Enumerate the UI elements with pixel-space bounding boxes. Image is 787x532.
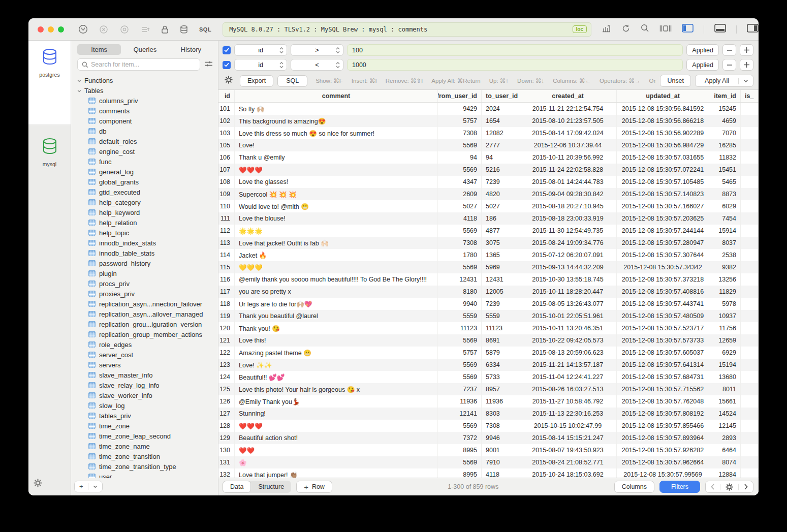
- sidebar-table-gtid_executed[interactable]: gtid_executed: [77, 187, 218, 197]
- column-header-is_[interactable]: is_: [741, 90, 759, 102]
- table-row[interactable]: 112🌟🌟🌟556948772015-11-30 12:54:49.735201…: [218, 225, 759, 237]
- cell-from_user_id[interactable]: 4347: [438, 176, 482, 188]
- cell-is_[interactable]: [741, 420, 759, 432]
- cell-updated_at[interactable]: 2015-12-08 15:30:57.307644: [617, 249, 709, 261]
- cell-comment[interactable]: @Emily Thank you💃🏽: [235, 395, 438, 408]
- cell-from_user_id[interactable]: 9940: [438, 298, 482, 310]
- sidebar-table-help_category[interactable]: help_category: [77, 197, 218, 207]
- cell-from_user_id[interactable]: 7372: [438, 432, 482, 444]
- cell-from_user_id[interactable]: 12431: [438, 273, 482, 286]
- cell-id[interactable]: 117: [218, 286, 235, 298]
- cell-to_user_id[interactable]: 6334: [482, 359, 519, 371]
- export-button[interactable]: Export: [240, 75, 273, 87]
- table-row[interactable]: 124Beautiful!! 💕💕556957332015-11-04 12:2…: [218, 371, 759, 383]
- table-row[interactable]: 131🌸556979102015-08-24 21:08:52.7712015-…: [218, 456, 759, 468]
- cell-created_at[interactable]: 2015-08-26 16:03:27.513: [519, 383, 617, 395]
- cell-id[interactable]: 113: [218, 237, 235, 249]
- cell-is_[interactable]: [741, 225, 759, 237]
- cell-comment[interactable]: Amazing pastel theme 😬: [235, 347, 438, 359]
- table-row[interactable]: 115💛💛💛556959692015-09-13 14:44:32.209201…: [218, 261, 759, 273]
- cell-item_id[interactable]: 16285: [709, 139, 741, 151]
- sidebar-table-columns_priv[interactable]: columns_priv: [77, 96, 218, 106]
- cell-to_user_id[interactable]: 8303: [482, 408, 519, 420]
- cell-created_at[interactable]: 2015-10-15 10:02:47.99: [519, 420, 617, 432]
- sidebar-table-server_cost[interactable]: server_cost: [77, 350, 218, 360]
- cell-created_at[interactable]: 2015-08-10 21:23:57.505: [519, 115, 617, 127]
- cell-to_user_id[interactable]: 12431: [482, 273, 519, 286]
- prev-page-button[interactable]: [706, 484, 720, 490]
- cell-is_[interactable]: [741, 139, 759, 151]
- filter-value-input[interactable]: [347, 44, 683, 56]
- cell-updated_at[interactable]: 2015-12-08 15:30:57.808192: [617, 408, 709, 420]
- cell-item_id[interactable]: 8873: [709, 188, 741, 200]
- sidebar-table-general_log[interactable]: general_log: [77, 167, 218, 177]
- close-window-button[interactable]: [38, 26, 44, 33]
- cell-comment[interactable]: ❤️❤️❤️: [235, 420, 438, 432]
- search-icon[interactable]: [641, 24, 649, 35]
- cell-comment[interactable]: Beautiful!! 💕💕: [235, 371, 438, 383]
- minimize-window-button[interactable]: [48, 26, 54, 33]
- cell-comment[interactable]: Love this dress so much 😍 so nice for su…: [235, 127, 438, 139]
- cell-to_user_id[interactable]: 1365: [482, 249, 519, 261]
- cell-created_at[interactable]: 2015-08-14 15:15:21.247: [519, 432, 617, 444]
- next-page-button[interactable]: [739, 484, 753, 490]
- cell-item_id[interactable]: 6464: [709, 444, 741, 456]
- cell-created_at[interactable]: 2015-08-07 19:43:50.923: [519, 444, 617, 456]
- cell-id[interactable]: 124: [218, 371, 235, 383]
- cell-updated_at[interactable]: 2015-12-08 15:30:57.605037: [617, 347, 709, 359]
- add-filter-button[interactable]: [740, 59, 753, 71]
- cell-updated_at[interactable]: 2015-12-08 15:30:57.641314: [617, 359, 709, 371]
- cell-item_id[interactable]: 7070: [709, 127, 741, 139]
- cell-comment[interactable]: you are so pretty x: [235, 286, 438, 298]
- cell-item_id[interactable]: 12659: [709, 334, 741, 347]
- cell-item_id[interactable]: 8011: [709, 383, 741, 395]
- cell-to_user_id[interactable]: 5969: [482, 261, 519, 273]
- cell-id[interactable]: 123: [218, 359, 235, 371]
- cell-to_user_id[interactable]: 12082: [482, 127, 519, 139]
- toggle-right-panel-icon[interactable]: [747, 24, 759, 35]
- cell-created_at[interactable]: 2015-11-21 22:12:54.754: [519, 103, 617, 115]
- cell-created_at[interactable]: 2015-09-04 09:28:30.842: [519, 188, 617, 200]
- cell-is_[interactable]: [741, 456, 759, 468]
- table-row[interactable]: 116@emily thank you soooo much beautiful…: [218, 273, 759, 286]
- cell-item_id[interactable]: 2893: [709, 432, 741, 444]
- cell-comment[interactable]: @emily thank you soooo much beautiful!!!…: [235, 273, 438, 286]
- cell-id[interactable]: 125: [218, 383, 235, 395]
- cell-created_at[interactable]: 2015-10-11 20:39:56.992: [519, 151, 617, 164]
- cell-created_at[interactable]: 2015-10-24 18:15:03.692: [519, 468, 617, 478]
- cell-created_at[interactable]: 2015-08-18 23:00:33.919: [519, 212, 617, 225]
- cell-created_at[interactable]: 2015-12-06 10:37:39.44: [519, 139, 617, 151]
- cell-comment[interactable]: Thank u @emily: [235, 151, 438, 164]
- cell-is_[interactable]: [741, 200, 759, 212]
- cell-from_user_id[interactable]: 5027: [438, 200, 482, 212]
- cell-id[interactable]: 102: [218, 115, 235, 127]
- cell-comment[interactable]: Ur legs are to die for🙌🏼💖: [235, 298, 438, 310]
- table-row[interactable]: 102This background is amazing😍5757165420…: [218, 115, 759, 127]
- table-row[interactable]: 125Love this photo! Your hair is gorgeou…: [218, 383, 759, 395]
- cell-comment[interactable]: Supercool 💥 💥 💥: [235, 188, 438, 200]
- cell-to_user_id[interactable]: 11936: [482, 395, 519, 408]
- cell-from_user_id[interactable]: 4118: [438, 212, 482, 225]
- cell-created_at[interactable]: 2015-08-05 13:26:43.077: [519, 298, 617, 310]
- cell-to_user_id[interactable]: 5027: [482, 200, 519, 212]
- sidebar-table-replication_grou...iguration_version[interactable]: replication_grou...iguration_version: [77, 319, 218, 329]
- table-row[interactable]: 118Ur legs are to die for🙌🏼💖994072392015…: [218, 298, 759, 310]
- cell-is_[interactable]: [741, 261, 759, 273]
- connection-mysql[interactable]: mysql: [28, 130, 71, 167]
- cell-to_user_id[interactable]: 2777: [482, 139, 519, 151]
- cell-is_[interactable]: [741, 310, 759, 322]
- watch-icon[interactable]: [119, 25, 130, 34]
- cell-from_user_id[interactable]: 5569: [438, 456, 482, 468]
- stats-icon[interactable]: [602, 24, 611, 35]
- table-row[interactable]: 107❤️❤️❤️556952162015-11-24 22:02:58.828…: [218, 164, 759, 176]
- cell-created_at[interactable]: 2015-08-18 20:27:10.945: [519, 200, 617, 212]
- sidebar-table-component[interactable]: component: [77, 116, 218, 126]
- cell-item_id[interactable]: 11756: [709, 322, 741, 334]
- cell-item_id[interactable]: 2538: [709, 249, 741, 261]
- page-settings-gear-icon[interactable]: [720, 483, 738, 491]
- cell-updated_at[interactable]: 2015-12-08 15:30:57.105485: [617, 176, 709, 188]
- cell-updated_at[interactable]: 2015-12-08 15:30:57.166027: [617, 200, 709, 212]
- table-row[interactable]: 109Supercool 💥 💥 💥260948202015-09-04 09:…: [218, 188, 759, 200]
- cell-is_[interactable]: [741, 115, 759, 127]
- table-row[interactable]: 128❤️❤️❤️556973082015-10-15 10:02:47.992…: [218, 420, 759, 432]
